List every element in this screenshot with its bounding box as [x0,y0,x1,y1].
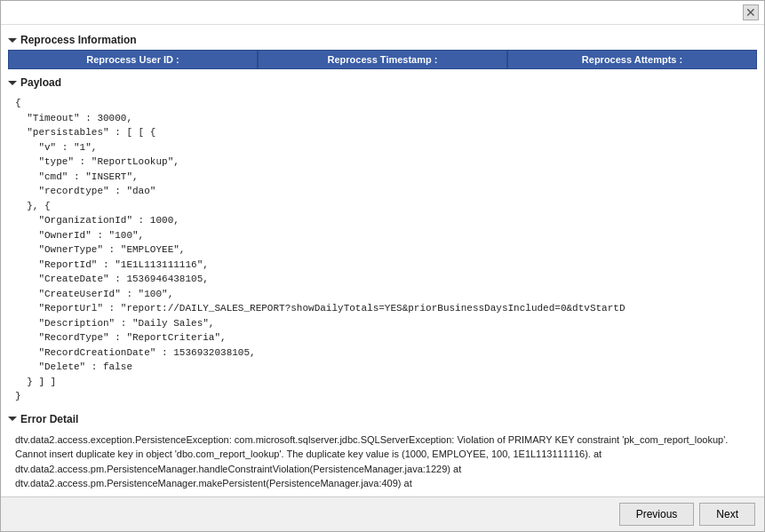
previous-button[interactable]: Previous [619,503,695,526]
payload-content: { "Timeout" : 30000, "persistables" : [ … [8,92,757,408]
close-button[interactable]: ✕ [743,4,759,20]
payload-section: Payload { "Timeout" : 30000, "persistabl… [8,76,757,408]
error-section-title: Error Detail [20,413,78,425]
content-area: Reprocess Information Reprocess User ID … [1,25,764,496]
reprocess-section-header: Reprocess Information [8,34,757,46]
reprocess-collapse-icon[interactable] [8,38,17,43]
reprocess-attempts-field: Reprocess Attempts : [507,50,757,69]
footer: Previous Next [1,496,764,531]
next-button[interactable]: Next [699,503,755,526]
payload-section-title: Payload [20,76,61,89]
dialog: ✕ Reprocess Information Reprocess User I… [0,0,765,532]
error-section-header: Error Detail [8,413,757,425]
reprocess-section-title: Reprocess Information [20,34,137,46]
title-bar: ✕ [1,1,764,25]
reprocess-timestamp-field: Reprocess Timestamp : [258,50,507,69]
error-section: Error Detail dtv.data2.access.exception.… [8,413,757,495]
error-content: dtv.data2.access.exception.PersistenceEx… [8,429,757,495]
reprocess-fields: Reprocess User ID : Reprocess Timestamp … [8,50,757,69]
error-collapse-icon[interactable] [8,417,17,421]
payload-collapse-icon[interactable] [8,81,17,85]
reprocess-user-id-field: Reprocess User ID : [8,50,258,69]
payload-section-header: Payload [8,76,757,89]
